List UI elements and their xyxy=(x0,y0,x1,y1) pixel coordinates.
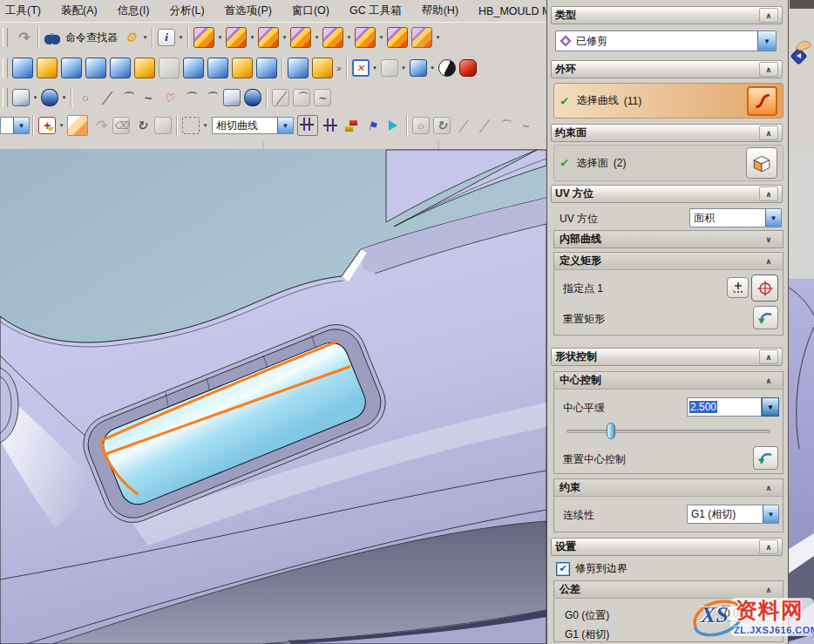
erase-icon[interactable] xyxy=(112,117,130,134)
mold-tool-split-icon[interactable] xyxy=(322,27,343,48)
uv-combo[interactable]: 面积 xyxy=(689,208,782,227)
section-outer-loop[interactable]: 外环 ∧ xyxy=(551,60,783,78)
menu-gc-toolbox[interactable]: GC 工具箱 xyxy=(349,2,403,20)
menu-analysis[interactable]: 分析(L) xyxy=(168,2,205,20)
collapse-icon[interactable]: ∧ xyxy=(759,125,778,140)
snap-point-icon[interactable] xyxy=(38,117,56,134)
shell-icon[interactable] xyxy=(110,58,131,78)
mold-tool-dropdown-icon[interactable] xyxy=(281,29,288,46)
tube-dropdown-icon[interactable] xyxy=(60,89,68,106)
offset-surface-icon[interactable] xyxy=(159,58,180,78)
section-shape-control[interactable]: 形状控制 ∧ xyxy=(551,348,783,366)
menu-assemblies[interactable]: 装配(A) xyxy=(60,2,98,20)
circle-icon[interactable] xyxy=(77,89,94,106)
continuity-combo[interactable]: G1 (相切) xyxy=(687,505,779,524)
mold-tool-resize-icon[interactable] xyxy=(355,27,376,48)
shaded-dropdown-icon[interactable] xyxy=(429,59,437,77)
collapse-icon[interactable]: ∧ xyxy=(759,539,778,554)
menu-tools[interactable]: 工具(T) xyxy=(4,2,42,20)
mold-tool-surface-icon[interactable] xyxy=(411,27,432,48)
toolbar-overflow-chevron[interactable]: » xyxy=(336,64,342,73)
stop-at-intersection-icon[interactable] xyxy=(297,115,318,136)
chain-curves-icon[interactable] xyxy=(343,117,360,134)
project-curve-icon[interactable] xyxy=(244,89,261,106)
menu-help[interactable]: 帮助(H) xyxy=(421,2,459,20)
collapse-icon[interactable]: ∧ xyxy=(759,186,778,201)
toolbar-grip[interactable] xyxy=(3,58,8,78)
mold-tool-dropdown-icon[interactable] xyxy=(313,29,321,46)
bounded-plane-icon[interactable] xyxy=(207,58,228,78)
x-form-icon[interactable] xyxy=(312,58,333,78)
mold-tool-dropdown-icon[interactable] xyxy=(248,29,256,46)
offset-curve-icon[interactable] xyxy=(314,89,331,106)
collapse-icon[interactable]: ∧ xyxy=(759,62,778,77)
datum-plane-icon[interactable] xyxy=(223,89,241,106)
center-smooth-spin-down-icon[interactable] xyxy=(762,397,779,417)
section-uv[interactable]: UV 方位 ∧ xyxy=(551,185,783,203)
select-face-row[interactable]: ✔ 选择面 (2) xyxy=(553,145,783,181)
menu-information[interactable]: 信息(I) xyxy=(117,2,151,20)
section-type[interactable]: 类型 ∧ xyxy=(551,6,783,24)
collapse-icon[interactable]: ∧ xyxy=(760,374,777,387)
studio-surface-icon[interactable] xyxy=(12,89,30,106)
shaded-cube-icon[interactable] xyxy=(410,59,427,77)
mold-tool-delete-icon[interactable] xyxy=(258,27,279,48)
snap-options-icon[interactable] xyxy=(412,117,430,134)
type-dropdown-icon[interactable] xyxy=(757,31,776,51)
point-dialog-button[interactable] xyxy=(727,277,749,298)
patch-body-icon[interactable] xyxy=(134,58,155,78)
mold-tool-dropdown-icon[interactable] xyxy=(216,29,224,46)
command-finder-label[interactable]: 命令查找器 xyxy=(65,31,118,45)
rectangle-select-dropdown-icon[interactable] xyxy=(201,117,209,134)
swoop-icon[interactable] xyxy=(256,58,277,78)
point-picker-button[interactable] xyxy=(751,275,778,302)
extrude-icon[interactable] xyxy=(37,58,58,78)
tree-disabled-icon[interactable] xyxy=(517,117,534,134)
boolean-unite-icon[interactable] xyxy=(85,58,106,78)
line-icon[interactable] xyxy=(98,89,115,106)
uv-dropdown-icon[interactable] xyxy=(765,209,781,227)
selection-filter-dropdown-icon[interactable] xyxy=(13,118,29,133)
reset-center-button[interactable] xyxy=(753,446,778,470)
polyline-disabled-icon[interactable] xyxy=(475,117,492,134)
continuity-dropdown-icon[interactable] xyxy=(763,505,778,523)
curve-rule-combo[interactable]: 相切曲线 xyxy=(212,117,294,134)
reset-rectangle-button[interactable] xyxy=(753,306,778,329)
follow-fillet-icon[interactable] xyxy=(322,117,339,134)
through-curves-icon[interactable] xyxy=(12,58,33,78)
mold-tool-patch-icon[interactable] xyxy=(387,27,408,48)
mold-tool-dropdown-icon[interactable] xyxy=(377,29,385,46)
rotate-point-icon[interactable] xyxy=(133,117,151,134)
center-smooth-spinner[interactable]: 2.500 xyxy=(687,397,779,417)
mold-tool-dropdown-icon[interactable] xyxy=(345,29,353,46)
isoparametric-curve-icon[interactable] xyxy=(202,89,220,106)
block-icon[interactable] xyxy=(61,58,82,78)
display-dropdown-icon[interactable] xyxy=(371,59,379,77)
collapse-icon[interactable]: ∧ xyxy=(760,583,777,596)
collapse-icon[interactable]: ∧ xyxy=(759,349,778,364)
surface-dropdown-icon[interactable] xyxy=(31,89,39,106)
mold-tool-copy-icon[interactable] xyxy=(290,27,311,48)
command-finder-icon[interactable] xyxy=(44,29,61,46)
flag-icon[interactable] xyxy=(363,117,381,134)
snap-dropdown-icon[interactable] xyxy=(58,117,65,134)
collapse-icon[interactable]: ∧ xyxy=(760,481,777,494)
clamp-view-icon[interactable] xyxy=(381,59,398,77)
fillet-curve-icon[interactable] xyxy=(293,89,310,106)
trimmed-sheet-icon[interactable] xyxy=(183,58,204,78)
information-icon[interactable] xyxy=(158,29,175,46)
wcs-cube-icon[interactable] xyxy=(67,115,88,136)
orient-view-icon[interactable] xyxy=(433,117,451,134)
viewport-right-strip[interactable] xyxy=(789,150,814,644)
mold-tool-move-icon[interactable] xyxy=(193,27,214,48)
center-smooth-input[interactable]: 2.500 xyxy=(687,397,762,417)
studio-spline-icon[interactable] xyxy=(139,89,157,106)
clamp-dropdown-icon[interactable] xyxy=(400,59,408,77)
hand-select-icon[interactable] xyxy=(790,37,813,64)
collapse-icon[interactable]: ∧ xyxy=(759,8,778,23)
menu-preferences[interactable]: 首选项(P) xyxy=(224,2,273,20)
analysis-cylinder-icon[interactable] xyxy=(459,59,477,77)
curve-select-button[interactable] xyxy=(747,86,777,116)
trim-to-boundary-checkbox[interactable]: ✔ xyxy=(556,562,570,576)
bridge-curve-icon[interactable] xyxy=(272,89,289,106)
